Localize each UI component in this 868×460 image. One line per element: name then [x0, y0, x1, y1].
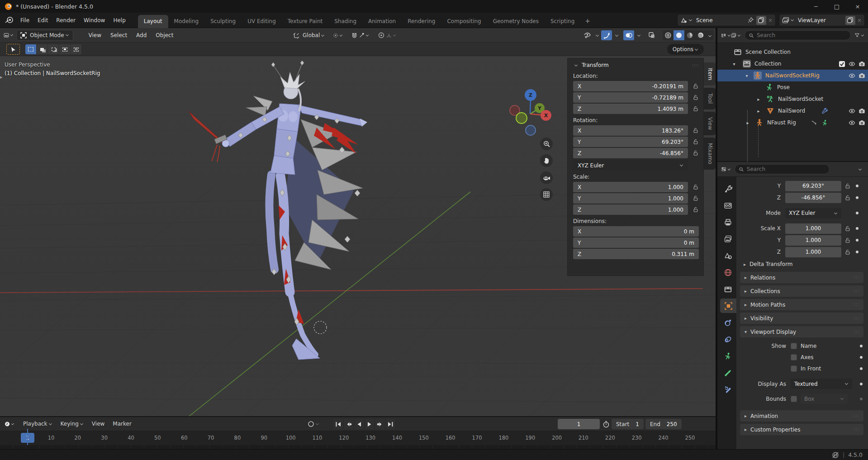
menu-help[interactable]: Help [109, 15, 129, 25]
disable-render-camera-icon[interactable] [859, 108, 865, 114]
disable-render-camera-icon[interactable] [859, 72, 865, 79]
viewport-menu-select[interactable]: Select [106, 30, 132, 40]
outliner-row-nailswordsocketrig[interactable]: ▾NailSwordSocketRig [717, 70, 868, 81]
workspace-tab-scripting[interactable]: Scripting [545, 15, 580, 28]
new-scene-button[interactable] [756, 16, 766, 25]
properties-tab-tool[interactable] [719, 181, 736, 196]
transform_panel-rotation-x-field[interactable]: X183.26° [573, 125, 688, 136]
section-custom-properties[interactable]: ▸Custom Properties∷∷ [740, 424, 863, 435]
start-frame-field[interactable]: Start 1 [612, 419, 644, 429]
outliner-item-label[interactable]: NailSwordSocketRig [765, 72, 820, 79]
workspace-tab-shading[interactable]: Shading [328, 15, 362, 28]
camera-view-icon[interactable] [540, 171, 553, 184]
viewport-menu-object[interactable]: Object [151, 30, 178, 40]
property-value-field[interactable]: -46.856° [785, 193, 841, 203]
show-overlays-icon[interactable] [623, 30, 634, 40]
outliner-row-collection[interactable]: ▾Collection [717, 58, 868, 70]
jump-to-end-button[interactable] [385, 419, 396, 429]
properties-tab-collection[interactable] [719, 282, 736, 296]
mode-dropdown[interactable]: XYZ Euler [785, 208, 841, 218]
expand-arrow-icon[interactable]: ▸ [745, 120, 751, 125]
active-tool-tweak-icon[interactable] [6, 44, 20, 55]
properties-search[interactable] [735, 164, 830, 174]
menu-edit[interactable]: Edit [33, 15, 52, 25]
transform_panel-rotation-y-field[interactable]: Y69.203° [573, 137, 688, 147]
hide-eye-icon[interactable] [849, 72, 855, 79]
snap-target-icon[interactable] [359, 31, 369, 40]
transform_panel-dimensions-z-field[interactable]: Z0.311 m [573, 249, 699, 259]
section-collections[interactable]: ▸Collections∷∷ [740, 285, 863, 297]
properties-tab-constraints[interactable] [719, 332, 736, 346]
sidebar-tab-mixamo[interactable]: Mixamo [704, 138, 716, 170]
transform_panel-scale-y-field[interactable]: Y1.000 [573, 193, 688, 204]
wireframe-shading-icon[interactable] [663, 30, 674, 40]
lock-icon[interactable] [688, 127, 699, 135]
properties-tab-physics[interactable] [719, 315, 736, 330]
section-visibility[interactable]: ▸Visibility∷∷ [740, 313, 863, 324]
select-mode-invert[interactable] [59, 44, 71, 54]
outliner-display-mode-icon[interactable] [721, 31, 731, 40]
end-frame-field[interactable]: End 250 [645, 419, 682, 429]
solid-shading-icon[interactable] [674, 30, 684, 40]
mode-dropdown[interactable]: Object Mode [16, 30, 73, 41]
lock-icon[interactable] [688, 183, 699, 191]
blender-app-menu-icon[interactable] [5, 16, 14, 25]
zoom-icon[interactable] [540, 138, 553, 150]
workspace-tab-geometry-nodes[interactable]: Geometry Nodes [487, 15, 545, 28]
select-mode-intersect[interactable] [71, 44, 82, 54]
outliner-row-nailswordsocket[interactable]: ▸NailSwordSocket [717, 93, 868, 105]
expand-arrow-icon[interactable]: ▸ [755, 97, 762, 102]
properties-search-input[interactable] [747, 166, 825, 172]
options-dropdown[interactable]: Options [667, 44, 704, 55]
lock-icon[interactable] [688, 206, 699, 214]
transform_panel-dimensions-y-field[interactable]: Y0 m [573, 237, 699, 248]
link-arrow-icon[interactable] [811, 119, 818, 126]
animate-dot[interactable] [856, 251, 859, 253]
menu-file[interactable]: File [16, 15, 33, 25]
section-viewport-display[interactable]: ▾ Viewport Display ∷∷ [740, 326, 863, 337]
animate-dot[interactable] [856, 227, 859, 230]
section-relations[interactable]: ▸Relations∷∷ [740, 272, 863, 283]
outliner-row-nfaust-rig[interactable]: ▸NFaust Rig [717, 117, 868, 128]
scene-name[interactable]: Scene [696, 17, 713, 24]
outliner-item-label[interactable]: NailSwordSocket [778, 96, 823, 102]
workspace-tab-texture-paint[interactable]: Texture Paint [282, 15, 328, 28]
display-as-dropdown[interactable]: Textured [791, 379, 852, 389]
outliner-row-nailsword[interactable]: ▸NailSword [717, 105, 868, 117]
lock-open-icon[interactable] [844, 237, 851, 244]
outliner-search-input[interactable] [757, 32, 847, 38]
pivot-point-icon[interactable] [333, 31, 343, 40]
pin-icon[interactable] [747, 17, 754, 24]
axes-checkbox[interactable] [791, 354, 797, 360]
property-value-field[interactable]: 1.000 [785, 235, 841, 246]
properties-options-icon[interactable] [854, 165, 864, 174]
exclude-checkbox[interactable] [839, 61, 845, 67]
select-mode-subtract[interactable] [48, 44, 59, 54]
outliner-filter-icon[interactable] [854, 31, 864, 40]
properties-tab-render[interactable] [719, 198, 736, 213]
outliner-filter-display-icon[interactable] [731, 31, 741, 40]
workspace-tab-compositing[interactable]: Compositing [441, 15, 487, 28]
outliner-item-label[interactable]: Pose [777, 84, 790, 90]
hide-eye-icon[interactable] [849, 119, 855, 126]
disable-render-camera-icon[interactable] [859, 119, 865, 126]
workspace-tab-modeling[interactable]: Modeling [168, 15, 205, 28]
lock-icon[interactable] [688, 94, 699, 102]
lock-open-icon[interactable] [844, 183, 851, 190]
maximize-button[interactable]: □ [826, 0, 847, 13]
outliner-row-scene-collection[interactable]: Scene Collection [717, 46, 868, 58]
rendered-shading-icon[interactable] [695, 30, 706, 40]
grid-ortho-icon[interactable] [540, 188, 553, 201]
sidebar-tab-view[interactable]: View [704, 112, 716, 135]
collapse-arrow-icon[interactable]: ▾ [744, 73, 750, 78]
viewport-menu-add[interactable]: Add [132, 30, 151, 40]
workspace-tab-uv-editing[interactable]: UV Editing [242, 15, 282, 28]
viewport-menu-view[interactable]: View [84, 30, 106, 40]
animate-dot[interactable] [856, 196, 859, 199]
properties-tab-world[interactable] [719, 265, 736, 280]
hide-eye-icon[interactable] [849, 61, 855, 67]
viewlayer-name[interactable]: ViewLayer [798, 17, 826, 24]
property-value-field[interactable]: 69.203° [785, 181, 841, 191]
next-keyframe-button[interactable] [375, 419, 385, 429]
hide-eye-icon[interactable] [849, 108, 855, 114]
